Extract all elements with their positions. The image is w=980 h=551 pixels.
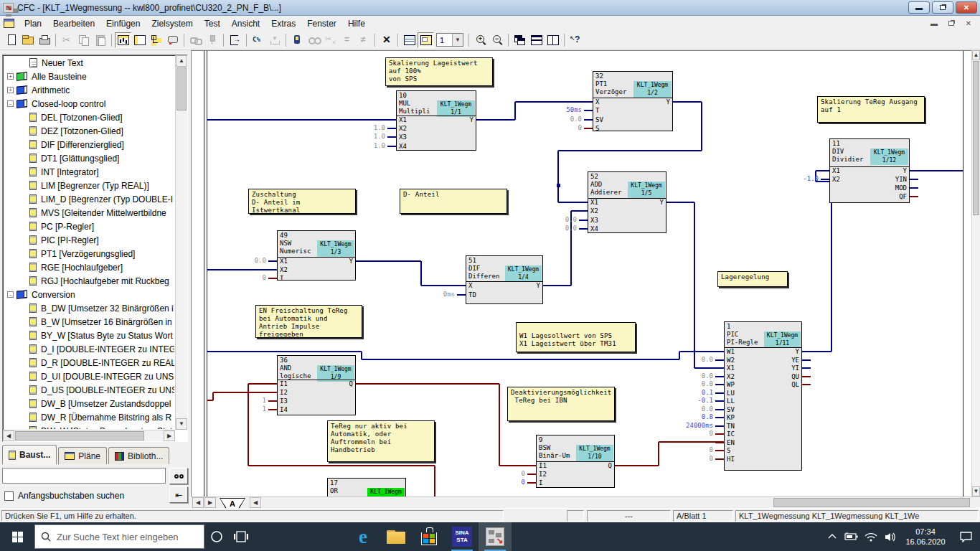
sheet-prev-button[interactable]: ◀ xyxy=(192,497,204,508)
tree-item[interactable]: Neuer Text xyxy=(4,56,174,70)
input-pin-i1[interactable]: I1 xyxy=(280,380,288,387)
output-pin-mod[interactable]: MOD xyxy=(895,184,907,192)
pin-value[interactable]: 24000ms xyxy=(672,422,713,429)
block-pic[interactable]: 1PICPI-RegleKLT_1Wegm 1/11W1W2X1X2WPLULL… xyxy=(724,321,802,471)
comment-box[interactable]: Skalierung Lageistwert auf 100% von SPS xyxy=(385,57,493,86)
input-pin-i3[interactable]: I3 xyxy=(280,397,288,405)
output-pin-q[interactable]: Q xyxy=(349,380,353,387)
tree-item[interactable]: DEZ [Totzonen-Glied] xyxy=(4,124,174,138)
output-pin-qf[interactable]: QF xyxy=(899,193,907,200)
cfc-sheet[interactable]: Skalierung Lageistwert auf 100% von SPSS… xyxy=(191,50,971,496)
block-nsw[interactable]: 49NSWNumeriscKLT_1Wegm 1/3X1X2IY xyxy=(277,230,356,281)
tree-item[interactable]: PT1 [Verzögerungsglied] xyxy=(4,247,174,260)
taskbar-explorer-button[interactable] xyxy=(380,522,413,551)
tree-item[interactable]: B_W [Umsetzer 16 Binärgrößen in xyxy=(4,315,174,329)
overview-button[interactable] xyxy=(418,32,434,48)
menu-test[interactable]: Test xyxy=(199,17,226,30)
input-pin-x1[interactable]: X1 xyxy=(832,167,840,174)
pin-value[interactable]: 0ms xyxy=(414,291,455,298)
output-pin-y[interactable]: Y xyxy=(666,98,670,105)
pin-value[interactable]: 0 xyxy=(672,430,713,437)
pin-value[interactable]: 0 xyxy=(672,446,713,453)
tile-vertical-button[interactable] xyxy=(545,32,561,48)
cortana-button[interactable] xyxy=(204,522,229,551)
comment-box[interactable]: Skalierung TeReg Ausgang auf 1 xyxy=(817,96,925,123)
block-add[interactable]: 52ADDAddiererKLT_1Wegm 1/5X1X2X3X4Y xyxy=(588,171,666,233)
comment-box[interactable]: EN Freischaltung TeReg bei Automatik und… xyxy=(255,305,362,338)
action-center-button[interactable] xyxy=(951,522,980,551)
input-pin-s[interactable]: S xyxy=(727,447,730,454)
input-pin-x4[interactable]: X4 xyxy=(590,225,598,232)
comment-box[interactable]: Lageregelung xyxy=(717,271,788,287)
taskbar-search-box[interactable]: Zur Suche Text hier eingeben xyxy=(34,524,204,549)
taskbar-edge-button[interactable]: e xyxy=(347,522,380,551)
input-pin-hi[interactable]: HI xyxy=(727,456,735,463)
tree-horizontal-scrollbar[interactable]: ◀ ▶ xyxy=(3,430,175,441)
tree-item[interactable]: MVS [Gleitender Mittelwertbildne xyxy=(4,206,174,220)
tree-item[interactable]: DW_W [Status Doppelwort zu Stat xyxy=(4,424,174,429)
output-pin-yin[interactable]: YIN xyxy=(895,176,907,183)
pin-value[interactable]: 0 xyxy=(672,455,713,462)
input-pin-x2[interactable]: X2 xyxy=(727,373,735,380)
pin-value[interactable]: 0.0 xyxy=(225,257,266,264)
input-pin-i2[interactable]: I2 xyxy=(280,389,288,396)
input-pin-ic[interactable]: IC xyxy=(727,430,735,438)
output-pin-y[interactable]: Y xyxy=(537,282,540,289)
canvas-scroll-thumb[interactable] xyxy=(973,61,979,215)
pin-value[interactable]: 1.0 xyxy=(344,124,385,131)
menu-zielsystem[interactable]: Zielsystem xyxy=(146,17,198,30)
task-view-button[interactable] xyxy=(229,522,253,551)
pin-value[interactable]: 1.0 xyxy=(344,133,385,140)
pin-value[interactable]: 0.0 xyxy=(672,380,713,387)
output-pin-ql[interactable]: QL xyxy=(791,381,799,388)
block-bsw[interactable]: 9BSWBinär-UmKLT_1Wegm 1/10I1I2IQ xyxy=(536,435,615,488)
collapse-icon[interactable]: - xyxy=(7,100,14,107)
tree-item[interactable]: -Conversion xyxy=(4,288,174,301)
pin-value[interactable]: -0.1 xyxy=(672,397,713,404)
sheet-view-button[interactable] xyxy=(401,32,418,48)
tab-biblioth[interactable]: Biblioth... xyxy=(108,447,169,464)
scroll-up-button[interactable]: ▲ xyxy=(972,50,980,60)
tree-item[interactable]: D_I [DOUBLE-INTEGER zu INTEGER xyxy=(4,342,174,356)
input-pin-x[interactable]: X xyxy=(468,282,472,289)
output-pin-y[interactable]: Y xyxy=(349,258,353,265)
tree-item[interactable]: D_UI [DOUBLE-INTEGER zu UNSIG xyxy=(4,369,174,383)
tile-horizontal-button[interactable] xyxy=(528,32,545,48)
scroll-down-button[interactable]: ▼ xyxy=(176,418,187,430)
pin-value[interactable]: 0 xyxy=(484,470,525,477)
pin-value[interactable]: 0.0 xyxy=(672,372,713,380)
test-mode-button[interactable] xyxy=(289,32,306,48)
input-pin-x2[interactable]: X2 xyxy=(590,207,598,215)
collapse-icon[interactable]: - xyxy=(7,291,14,298)
canvas-hscroll-thumb[interactable] xyxy=(773,498,970,507)
tray-wifi-button[interactable] xyxy=(861,522,880,551)
tray-battery-button[interactable] xyxy=(842,522,861,551)
chart-data-button[interactable] xyxy=(131,32,148,48)
input-pin-td[interactable]: TD xyxy=(468,291,476,298)
help-button[interactable] xyxy=(567,32,584,48)
comment-box[interactable]: D- Anteil xyxy=(400,189,507,214)
chevron-down-icon[interactable]: ▼ xyxy=(452,34,463,46)
pin-value[interactable]: 1 xyxy=(225,405,266,413)
tree-item[interactable]: DEL [Totzonen-Glied] xyxy=(4,110,174,124)
output-pin-y[interactable]: Y xyxy=(470,116,473,123)
tree-item[interactable]: RGJ [Hochlaufgeber mit Ruckbeg xyxy=(4,274,174,288)
tray-volume-button[interactable] xyxy=(880,522,900,551)
pin-value[interactable]: 0 xyxy=(484,479,525,486)
tree-item[interactable]: D_US [DOUBLE-INTEGER zu UNSIG xyxy=(4,383,174,397)
input-pin-i[interactable]: I xyxy=(539,479,542,486)
tree-item[interactable]: +Arithmetic xyxy=(4,83,174,97)
taskbar-store-button[interactable] xyxy=(413,522,446,551)
tree-item[interactable]: DW_R [Übernahme Bitstring als R xyxy=(4,410,174,424)
crossing-button[interactable] xyxy=(378,32,395,48)
input-pin-sv[interactable]: SV xyxy=(727,406,735,413)
pin-value[interactable]: 0 xyxy=(541,124,582,131)
tree-item[interactable]: +Alle Bausteine xyxy=(4,70,174,83)
tree-vertical-scrollbar[interactable]: ▲ ▼ xyxy=(175,55,187,430)
output-pin-yi[interactable]: YI xyxy=(791,364,799,372)
canvas-vertical-scrollbar[interactable]: ▲ ▼ xyxy=(971,50,980,496)
print-button[interactable] xyxy=(36,32,52,48)
tray-expand-button[interactable] xyxy=(822,522,842,551)
input-pin-w2[interactable]: W2 xyxy=(727,357,735,364)
tree-item[interactable]: BY_W [Status Byte zu Status Wort xyxy=(4,329,174,342)
